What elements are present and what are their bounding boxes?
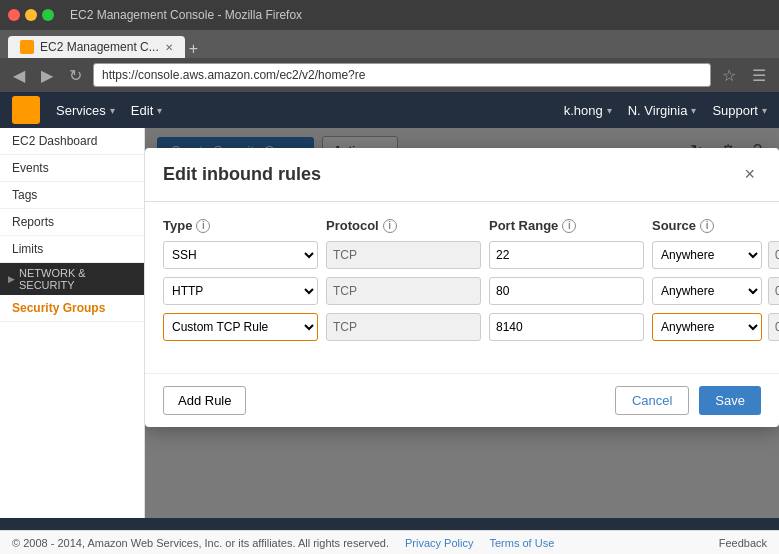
bookmark-button[interactable]: ☆ [717,64,741,87]
add-rule-button[interactable]: Add Rule [163,386,246,415]
services-nav-item[interactable]: Services ▾ [56,103,115,118]
window-controls [8,9,54,21]
tab-close-icon[interactable]: ✕ [165,42,173,53]
protocol-info-icon[interactable]: i [383,219,397,233]
terms-of-use-link[interactable]: Terms of Use [489,537,554,549]
sidebar-item-label: Reports [12,215,54,229]
rule-type-select-2[interactable]: Custom TCP Rule [163,313,318,341]
source-cidr-0: 0.0.0.0/0 [768,241,779,269]
nav-right: k.hong ▾ N. Virginia ▾ Support ▾ [564,103,767,118]
user-arrow-icon: ▾ [607,105,612,116]
port-info-icon[interactable]: i [562,219,576,233]
source-group-0: Anywhere 0.0.0.0/0 [652,241,779,269]
support-arrow-icon: ▾ [762,105,767,116]
maximize-dot[interactable] [42,9,54,21]
aws-logo [12,96,40,124]
sidebar: EC2 Dashboard Events Tags Reports Limits… [0,128,145,518]
source-group-2: Anywhere 0.0.0.0/0 [652,313,779,341]
header-type: Type i [163,218,318,233]
rule-port-2[interactable] [489,313,644,341]
edit-nav-item[interactable]: Edit ▾ [131,103,162,118]
forward-button[interactable]: ▶ [36,64,58,87]
sidebar-item-tags[interactable]: Tags [0,182,144,209]
support-nav-item[interactable]: Support ▾ [712,103,767,118]
section-icon: ▶ [8,274,15,284]
content-area: Create Security Group Actions ▾ ↻ ⚙ ? 🔍 … [145,128,779,518]
rule-protocol-1: TCP [326,277,481,305]
reload-button[interactable]: ↻ [64,64,87,87]
url-bar[interactable]: https://console.aws.amazon.com/ec2/v2/ho… [93,63,711,87]
rule-protocol-0: TCP [326,241,481,269]
type-info-icon[interactable]: i [196,219,210,233]
back-button[interactable]: ◀ [8,64,30,87]
rule-type-select-1[interactable]: HTTP [163,277,318,305]
aws-nav: Services ▾ Edit ▾ k.hong ▾ N. Virginia ▾… [0,92,779,128]
support-label: Support [712,103,758,118]
source-group-1: Anywhere 0.0.0.0/0 [652,277,779,305]
rule-type-select-0[interactable]: SSH [163,241,318,269]
user-label: k.hong [564,103,603,118]
sidebar-item-events[interactable]: Events [0,155,144,182]
header-source: Source i [652,218,761,233]
privacy-policy-link[interactable]: Privacy Policy [405,537,473,549]
sidebar-item-security-groups[interactable]: Security Groups [0,295,144,322]
network-security-section: ▶ NETWORK & SECURITY [0,263,144,295]
sidebar-item-label: Tags [12,188,37,202]
browser-tab[interactable]: EC2 Management C... ✕ [8,36,185,58]
feedback-button[interactable]: Feedback [719,537,767,549]
rule-protocol-2: TCP [326,313,481,341]
source-select-1[interactable]: Anywhere [652,277,762,305]
header-port: Port Range i [489,218,644,233]
rules-table-header: Type i Protocol i Port Range i Source [163,218,761,233]
network-section-label: NETWORK & SECURITY [19,267,136,291]
modal-header: Edit inbound rules × [145,148,779,202]
modal-footer: Add Rule Cancel Save [145,373,779,427]
source-select-0[interactable]: Anywhere [652,241,762,269]
modal-close-button[interactable]: × [738,162,761,187]
rule-port-0[interactable] [489,241,644,269]
sidebar-item-label: Limits [12,242,43,256]
copyright-text: © 2008 - 2014, Amazon Web Services, Inc.… [12,537,389,549]
source-cidr-1: 0.0.0.0/0 [768,277,779,305]
sidebar-item-ec2dashboard[interactable]: EC2 Dashboard [0,128,144,155]
new-tab-button[interactable]: + [189,40,198,58]
main-layout: EC2 Dashboard Events Tags Reports Limits… [0,128,779,518]
url-text: https://console.aws.amazon.com/ec2/v2/ho… [102,68,365,82]
user-nav-item[interactable]: k.hong ▾ [564,103,612,118]
source-cidr-2: 0.0.0.0/0 [768,313,779,341]
services-label: Services [56,103,106,118]
services-arrow-icon: ▾ [110,105,115,116]
edit-inbound-rules-modal: Edit inbound rules × Type i Protocol i [145,148,779,427]
region-arrow-icon: ▾ [691,105,696,116]
tab-bar: EC2 Management C... ✕ + [0,30,779,58]
edit-arrow-icon: ▾ [157,105,162,116]
browser-toolbar: ◀ ▶ ↻ https://console.aws.amazon.com/ec2… [0,58,779,92]
modal-body: Type i Protocol i Port Range i Source [145,202,779,365]
sidebar-item-limits[interactable]: Limits [0,236,144,263]
sidebar-item-label: EC2 Dashboard [12,134,97,148]
region-label: N. Virginia [628,103,688,118]
source-info-icon[interactable]: i [700,219,714,233]
browser-titlebar: EC2 Management Console - Mozilla Firefox [0,0,779,30]
edit-label: Edit [131,103,153,118]
minimize-dot[interactable] [25,9,37,21]
modal-title: Edit inbound rules [163,164,321,185]
sidebar-item-label: Events [12,161,49,175]
sidebar-item-label: Security Groups [12,301,105,315]
rule-row-custom-tcp: Custom TCP Rule TCP Anywhere 0.0.0.0/0 ✕ [163,313,761,341]
save-button[interactable]: Save [699,386,761,415]
tab-label: EC2 Management C... [40,40,159,54]
header-protocol: Protocol i [326,218,481,233]
rule-row-ssh: SSH TCP Anywhere 0.0.0.0/0 ✕ [163,241,761,269]
close-dot[interactable] [8,9,20,21]
source-select-2[interactable]: Anywhere [652,313,762,341]
sidebar-item-reports[interactable]: Reports [0,209,144,236]
browser-title: EC2 Management Console - Mozilla Firefox [70,8,302,22]
status-bar: © 2008 - 2014, Amazon Web Services, Inc.… [0,530,779,554]
footer-right: Cancel Save [615,386,761,415]
rule-port-1[interactable] [489,277,644,305]
cancel-button[interactable]: Cancel [615,386,689,415]
menu-button[interactable]: ☰ [747,64,771,87]
region-nav-item[interactable]: N. Virginia ▾ [628,103,697,118]
rule-row-http: HTTP TCP Anywhere 0.0.0.0/0 ✕ [163,277,761,305]
